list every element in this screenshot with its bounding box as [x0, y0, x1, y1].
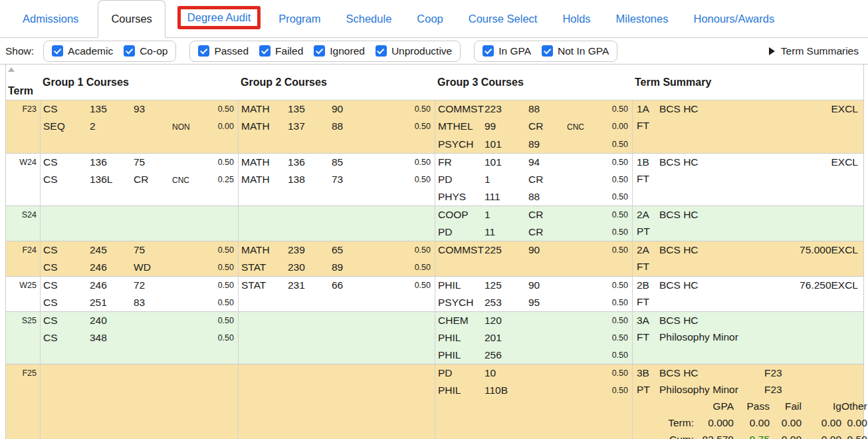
summary-line: FT	[633, 293, 863, 310]
tab-coop[interactable]: Coop	[417, 0, 443, 37]
course-subject: PD	[438, 223, 485, 241]
course-grade-flag	[567, 329, 597, 347]
course-row: PD11CR0.50	[435, 223, 632, 241]
summary-level: PT	[637, 381, 659, 398]
course-subject: PSYCH	[438, 136, 485, 153]
summary-line: 3BBCS HCF23	[633, 365, 868, 381]
course-grade-flag	[567, 100, 597, 118]
summary-level: FT	[637, 170, 659, 187]
checkbox-checked-icon[interactable]	[376, 45, 387, 57]
filter-not-in-gpa[interactable]: Not In GPA	[542, 45, 609, 57]
course-grade: 90	[332, 100, 370, 118]
tab-admissions[interactable]: Admissions	[23, 0, 78, 37]
summary-level: FT	[637, 293, 659, 310]
course-grade-flag	[567, 223, 597, 241]
group2-cell	[238, 312, 435, 364]
course-row: CS136LCRCNC0.25	[41, 171, 238, 189]
checkbox-checked-icon[interactable]	[124, 45, 135, 57]
course-catalog: 2	[90, 118, 134, 136]
checkbox-checked-icon[interactable]	[483, 45, 494, 57]
course-row: CHEM1200.50	[435, 312, 632, 329]
course-row: PHIL2010.50	[435, 329, 632, 347]
course-grade	[528, 382, 567, 399]
filter-group-3: In GPANot In GPA	[474, 41, 617, 62]
course-grade-flag: CNC	[172, 171, 203, 189]
summary-level: 3A	[637, 312, 659, 329]
tab-course-select[interactable]: Course Select	[469, 0, 538, 37]
filter-co-op[interactable]: Co-op	[124, 45, 167, 57]
gpa-value: 0.000	[694, 414, 734, 431]
filter-academic[interactable]: Academic	[52, 45, 113, 57]
course-credit: 0.50	[400, 100, 431, 118]
tab-milestones[interactable]: Milestones	[616, 0, 669, 37]
tab-honours-awards[interactable]: Honours/Awards	[693, 0, 774, 37]
course-subject: COMMST	[438, 100, 485, 118]
course-subject: CS	[43, 259, 90, 276]
course-grade-flag	[567, 171, 597, 188]
tab-schedule[interactable]: Schedule	[346, 0, 392, 37]
filter-passed[interactable]: Passed	[198, 45, 249, 57]
course-subject: PHIL	[438, 382, 485, 399]
checkbox-checked-icon[interactable]	[198, 45, 209, 57]
course-subject: CS	[43, 100, 90, 118]
course-subject: PHIL	[438, 347, 485, 364]
sort-arrow-icon[interactable]	[8, 67, 15, 72]
summary-extra	[764, 154, 831, 170]
filter-failed[interactable]: Failed	[259, 45, 303, 57]
course-grade: CR	[528, 206, 567, 223]
checkbox-checked-icon[interactable]	[542, 45, 553, 57]
summary-program: Philosophy Minor	[659, 329, 764, 345]
course-row: MTHEL99CRCNC0.00	[435, 118, 632, 136]
course-grade: WD	[134, 259, 172, 276]
course-grade: 65	[332, 241, 370, 259]
checkbox-checked-icon[interactable]	[314, 45, 325, 57]
filter-label: Unproductive	[391, 45, 452, 57]
course-credit: 0.50	[597, 188, 628, 206]
summary-line: 3ABCS HC	[633, 312, 863, 329]
tab-degree-audit[interactable]: Degree Audit	[187, 11, 251, 24]
course-credit: 0.25	[203, 171, 234, 189]
course-row: CS3480.50	[41, 329, 238, 347]
course-grade-flag	[370, 277, 400, 294]
summary-standing: 75.000EXCL	[800, 241, 858, 258]
gpa-value-row: Cum:83.5799.750.000.000.50	[633, 431, 868, 439]
course-subject: FR	[438, 154, 485, 171]
term-row-w24: W24CS136750.50CS136LCRCNC0.25MATH136850.…	[6, 154, 863, 206]
course-grade-flag	[172, 241, 203, 259]
summary-extra	[764, 100, 831, 117]
column-header-term: Term	[6, 65, 40, 100]
course-subject: MATH	[241, 171, 288, 188]
summary-extra	[764, 170, 858, 187]
term-summary-cell: 1ABCS HCEXCLFT	[632, 100, 863, 153]
summary-program: BCS HC	[659, 365, 764, 381]
summary-extra	[764, 241, 800, 258]
course-row: PHIL125900.50	[435, 277, 632, 294]
filter-unproductive[interactable]: Unproductive	[376, 45, 452, 57]
tab-holds[interactable]: Holds	[562, 0, 590, 37]
course-credit: 0.50	[597, 241, 628, 259]
course-grade-flag	[172, 259, 203, 276]
course-subject: MTHEL	[438, 118, 485, 136]
summary-program	[659, 293, 764, 310]
course-row: PD100.50	[435, 365, 632, 382]
course-row: CS251830.50	[41, 294, 238, 311]
course-credit: 0.50	[400, 277, 431, 294]
course-subject: PSYCH	[438, 294, 485, 311]
course-row: STAT231660.50	[239, 277, 435, 294]
checkbox-checked-icon[interactable]	[259, 45, 271, 57]
group3-cell: COMMST223880.50MTHEL99CRCNC0.00PSYCH1018…	[435, 100, 632, 153]
course-row: PHIL2560.50	[435, 347, 632, 364]
summary-level: 2A	[637, 241, 659, 258]
course-catalog: 136L	[90, 171, 134, 189]
course-credit: 0.50	[203, 329, 234, 347]
filter-in-gpa[interactable]: In GPA	[483, 45, 531, 57]
tab-program[interactable]: Program	[278, 0, 320, 37]
tab-courses[interactable]: Courses	[98, 0, 165, 38]
course-credit: 0.50	[203, 154, 234, 171]
filter-ignored[interactable]: Ignored	[314, 45, 365, 57]
term-summaries-toggle[interactable]: Term Summaries	[769, 45, 859, 57]
checkbox-checked-icon[interactable]	[52, 45, 63, 57]
group1-cell: CS136750.50CS136LCRCNC0.25	[40, 154, 238, 206]
summary-extra	[764, 329, 858, 345]
course-row: COOP1CR0.50	[435, 206, 632, 223]
